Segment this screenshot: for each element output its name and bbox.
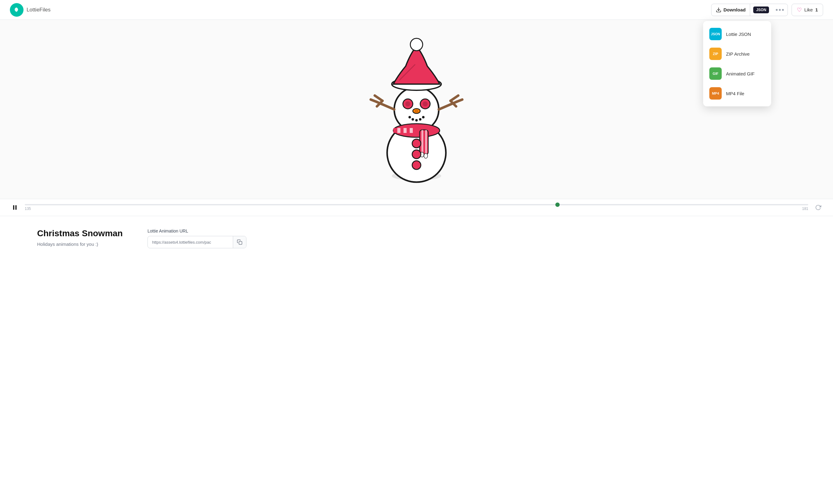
- url-input-row: [147, 236, 246, 248]
- dot-2: [779, 9, 781, 11]
- end-frame: 181: [802, 207, 808, 211]
- svg-point-24: [412, 161, 421, 169]
- header: LottieFiles Download JSON: [0, 0, 833, 20]
- svg-line-7: [371, 100, 376, 102]
- svg-point-38: [410, 38, 423, 51]
- svg-rect-15: [404, 128, 407, 133]
- gif-badge: GIF: [709, 67, 722, 80]
- lottie-json-label: Lottie JSON: [726, 31, 751, 37]
- like-count: 1: [815, 7, 818, 13]
- json-badge: JSON: [709, 28, 722, 40]
- snowman-animation: [358, 35, 475, 184]
- copy-url-button[interactable]: [233, 236, 246, 248]
- header-right: Download JSON ♡ Like 1: [711, 4, 823, 16]
- svg-point-21: [424, 153, 428, 158]
- svg-point-36: [422, 116, 425, 118]
- svg-point-22: [412, 139, 421, 148]
- svg-point-28: [423, 101, 428, 106]
- timeline[interactable]: 135 181: [25, 204, 808, 211]
- download-button[interactable]: Download JSON: [711, 4, 788, 16]
- mp4-badge: MP4: [709, 87, 722, 100]
- svg-rect-16: [410, 128, 413, 133]
- url-label: Lottie Animation URL: [147, 229, 246, 234]
- start-frame: 135: [25, 207, 31, 211]
- download-icon: [716, 7, 721, 13]
- svg-rect-40: [16, 205, 17, 210]
- dot-1: [776, 9, 778, 11]
- svg-rect-14: [397, 128, 400, 133]
- svg-point-32: [408, 116, 411, 118]
- timeline-playhead[interactable]: [555, 202, 560, 207]
- info-section: Christmas Snowman Holidays animations fo…: [0, 216, 833, 261]
- zip-badge: ZIP: [709, 48, 722, 60]
- svg-point-27: [405, 101, 410, 106]
- playback-bar: 135 181: [0, 199, 833, 216]
- svg-point-34: [415, 119, 418, 121]
- svg-point-35: [419, 118, 422, 121]
- dot-3: [782, 9, 784, 11]
- like-label: Like: [804, 7, 813, 13]
- reload-button[interactable]: [813, 205, 823, 211]
- svg-rect-41: [239, 241, 242, 245]
- logo-text: LottieFiles: [27, 7, 50, 13]
- url-input[interactable]: [148, 237, 233, 248]
- svg-rect-18: [422, 130, 423, 154]
- timeline-labels: 135 181: [25, 207, 808, 211]
- mp4-label: MP4 File: [726, 91, 744, 96]
- pause-button[interactable]: [10, 204, 20, 211]
- heart-icon: ♡: [797, 6, 802, 13]
- logo-area: LottieFiles: [10, 3, 50, 17]
- download-zip[interactable]: ZIP ZIP Archive: [703, 44, 771, 64]
- svg-point-23: [412, 150, 421, 159]
- svg-line-9: [451, 96, 458, 101]
- lottiefiles-logo[interactable]: [10, 3, 24, 17]
- download-lottie-json[interactable]: JSON Lottie JSON: [703, 24, 771, 44]
- download-mp4[interactable]: MP4 MP4 File: [703, 83, 771, 103]
- download-gif[interactable]: GIF Animated GIF: [703, 64, 771, 83]
- gif-label: Animated GIF: [726, 71, 755, 76]
- download-dropdown: JSON Lottie JSON ZIP ZIP Archive GIF Ani…: [703, 21, 771, 106]
- animation-title: Christmas Snowman: [37, 229, 123, 238]
- svg-line-5: [375, 96, 382, 101]
- like-button[interactable]: ♡ Like 1: [791, 4, 823, 16]
- format-badge: JSON: [753, 6, 769, 13]
- animation-description: Holidays animations for you :): [37, 241, 123, 247]
- timeline-track[interactable]: [25, 204, 808, 205]
- svg-rect-39: [13, 205, 15, 210]
- zip-label: ZIP Archive: [726, 51, 749, 56]
- svg-point-33: [411, 118, 414, 121]
- svg-line-11: [457, 100, 462, 102]
- url-section: Lottie Animation URL: [147, 229, 246, 248]
- more-options-button[interactable]: [772, 4, 788, 16]
- animation-info: Christmas Snowman Holidays animations fo…: [37, 229, 123, 247]
- download-label: Download: [712, 4, 751, 16]
- svg-rect-19: [425, 130, 427, 154]
